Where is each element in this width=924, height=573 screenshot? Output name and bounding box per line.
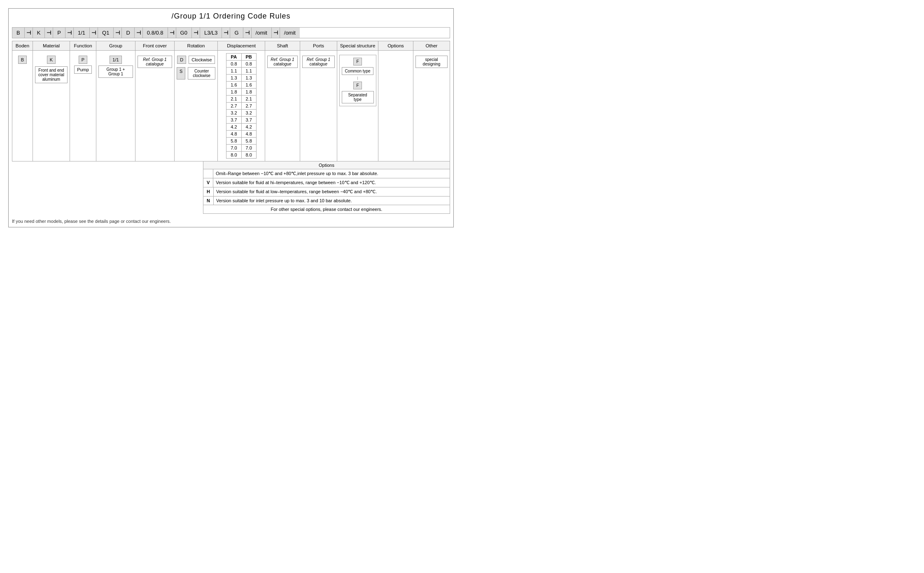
table-row: 0.80.8 — [226, 61, 257, 68]
function-code: P — [79, 56, 87, 64]
code-omit1: /omit — [252, 28, 272, 38]
boden-code: B — [18, 56, 27, 64]
rotation-code-S: S — [177, 67, 185, 80]
code-1-1: 1/1 — [74, 28, 90, 38]
material-code: K — [47, 56, 56, 64]
other-item: special designing — [415, 56, 448, 68]
header-rotation: Rotation — [175, 41, 218, 50]
rotation-desc-S: Counter clockwise — [188, 67, 215, 80]
rotation-code-D: D — [177, 56, 186, 64]
code-sep10: ⊣ — [243, 28, 252, 38]
code-sep4: ⊣ — [90, 28, 98, 38]
group-desc: Group 1 + Group 1 — [98, 65, 133, 78]
table-row: 2.72.7 — [226, 103, 257, 110]
code-Q1: Q1 — [98, 28, 114, 38]
frontcover-ref: Ref. Group 1 catalogue — [138, 56, 172, 68]
code-D: D — [122, 28, 134, 38]
col-displacement: PA PB 0.80.8 1.11.1 1.31.3 1.61.6 1.81.8… — [218, 51, 265, 161]
special-F1-desc: Common type — [342, 67, 373, 75]
col-frontcover: Ref. Group 1 catalogue — [135, 51, 175, 161]
options-section-header: Options — [203, 161, 450, 169]
option-key-omit — [203, 169, 213, 178]
code-B: B — [12, 28, 25, 38]
header-material: Material — [33, 41, 70, 50]
disp-header-PA: PA — [226, 54, 241, 61]
code-sep7: ⊣ — [168, 28, 176, 38]
option-key-N: N — [203, 196, 214, 205]
table-row: 2.12.1 — [226, 96, 257, 103]
header-group: Group — [96, 41, 135, 50]
code-G0: G0 — [176, 28, 192, 38]
code-row: B ⊣ K ⊣ P ⊣ 1/1 ⊣ Q1 ⊣ D ⊣ 0.8/0.8 ⊣ G0 … — [12, 27, 450, 38]
code-sep5: ⊣ — [114, 28, 122, 38]
option-val-V: Version suitable for fluid at hi–tempera… — [213, 178, 378, 187]
code-sep8: ⊣ — [192, 28, 200, 38]
code-sep1: ⊣ — [25, 28, 33, 38]
option-key-V: V — [203, 178, 213, 187]
code-sep6: ⊣ — [135, 28, 143, 38]
col-material: K Front and end cover material aluminum — [33, 51, 70, 161]
option-row-contact: For other special options, please contac… — [203, 205, 450, 213]
table-row: 8.08.0 — [226, 152, 257, 159]
table-row: 3.23.2 — [226, 110, 257, 117]
code-sep11: ⊣ — [272, 28, 280, 38]
table-row: 1.11.1 — [226, 68, 257, 75]
footer-note: If you need other models, please see the… — [12, 219, 450, 224]
content-area: B K Front and end cover material aluminu… — [12, 51, 450, 161]
option-row-N: N Version suitable for inlet pressure up… — [203, 196, 450, 205]
code-omit2: /omit — [280, 28, 300, 38]
code-sep2: ⊣ — [45, 28, 53, 38]
header-displacement: Displacement — [218, 41, 265, 50]
code-L3L3: L3/L3 — [200, 28, 222, 38]
header-boden: Boden — [12, 41, 33, 50]
bottom-section: Options Omit–Range between −10℃ and +80℃… — [12, 161, 450, 214]
code-K: K — [33, 28, 45, 38]
option-val-N: Version suitable for inlet pressure up t… — [214, 196, 355, 205]
function-desc: Pump — [74, 65, 92, 74]
table-row: 1.81.8 — [226, 89, 257, 96]
shaft-ref: Ref. Group 1 catalogue — [267, 56, 298, 68]
page-title: /Group 1/1 Ordering Code Rules — [12, 12, 450, 21]
header-special: Special structure — [337, 41, 378, 50]
table-row: 4.84.8 — [226, 131, 257, 138]
displacement-table: PA PB 0.80.8 1.11.1 1.31.3 1.61.6 1.81.8… — [226, 53, 257, 159]
code-sep3: ⊣ — [65, 28, 74, 38]
col-rotation: D Clockwise S Counter clockwise — [175, 51, 218, 161]
code-sep9: ⊣ — [222, 28, 230, 38]
option-key-H: H — [203, 187, 214, 196]
ports-ref: Ref. Group 1 catalogue — [302, 56, 335, 68]
table-row: 7.07.0 — [226, 145, 257, 152]
header-options: Options — [378, 41, 413, 50]
special-F2-code: F — [353, 82, 362, 89]
table-row: 1.61.6 — [226, 82, 257, 89]
diagram-wrapper: /Group 1/1 Ordering Code Rules B ⊣ K ⊣ P… — [8, 8, 454, 227]
option-row-omit: Omit–Range between −10℃ and +80℃,inlet p… — [203, 169, 450, 178]
headers-bar: Boden Material Function Group Front cove… — [12, 41, 450, 51]
option-row-V: V Version suitable for fluid at hi–tempe… — [203, 178, 450, 187]
col-boden: B — [12, 51, 33, 161]
table-row: 3.73.7 — [226, 117, 257, 124]
code-G: G — [230, 28, 243, 38]
material-desc: Front and end cover material aluminum — [35, 66, 68, 83]
special-F1-code: F — [353, 58, 362, 65]
col-ports: Ref. Group 1 catalogue — [300, 51, 337, 161]
col-function: P Pump — [70, 51, 96, 161]
header-ports: Ports — [300, 41, 337, 50]
disp-header-PB: PB — [241, 54, 256, 61]
bottom-left-spacer — [12, 161, 203, 214]
code-P: P — [53, 28, 65, 38]
header-other: Other — [413, 41, 450, 50]
header-function: Function — [70, 41, 96, 50]
rotation-desc-D: Clockwise — [189, 56, 215, 64]
option-row-H: H Version suitable for fluid at low–temp… — [203, 187, 450, 196]
header-frontcover: Front cover — [135, 41, 175, 50]
header-shaft: Shaft — [265, 41, 300, 50]
col-shaft: Ref. Group 1 catalogue — [265, 51, 300, 161]
option-val-contact: For other special options, please contac… — [203, 205, 450, 213]
col-other: special designing — [413, 51, 450, 161]
option-val-H: Version suitable for fluid at low–temper… — [214, 187, 379, 196]
option-val-omit: Omit–Range between −10℃ and +80℃,inlet p… — [213, 169, 381, 178]
table-row: 5.85.8 — [226, 138, 257, 145]
group-code: 1/1 — [110, 56, 121, 64]
special-F2-desc: Separated type — [342, 91, 374, 103]
